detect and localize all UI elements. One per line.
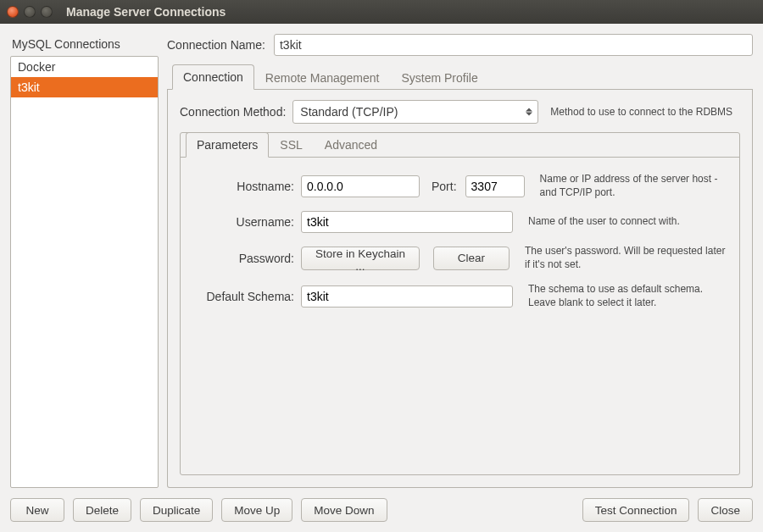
- connection-item-label: Docker: [18, 60, 55, 74]
- password-label: Password:: [192, 252, 294, 265]
- spinner-icon: [525, 108, 533, 116]
- connection-name-row: Connection Name:: [167, 34, 753, 56]
- connection-item-label: t3kit: [18, 80, 40, 94]
- connection-method-label: Connection Method:: [180, 105, 286, 119]
- titlebar: Manage Server Connections: [0, 0, 763, 24]
- window-close-icon[interactable]: [7, 6, 19, 18]
- window-maximize-icon[interactable]: [41, 6, 53, 18]
- tab-connection[interactable]: Connection: [172, 64, 254, 90]
- window-title: Manage Server Connections: [66, 5, 226, 19]
- username-label: Username:: [192, 215, 294, 229]
- tab-page-connection: Connection Method: Standard (TCP/IP) Met…: [167, 90, 753, 488]
- clear-password-button[interactable]: Clear: [433, 247, 510, 270]
- tab-system-profile[interactable]: System Profile: [390, 65, 488, 90]
- hostname-label: Hostname:: [192, 180, 294, 193]
- connection-method-row: Connection Method: Standard (TCP/IP) Met…: [180, 100, 740, 124]
- dialog-body: MySQL Connections Docker t3kit Connectio…: [0, 24, 763, 532]
- tab-remote-management[interactable]: Remote Management: [254, 65, 391, 90]
- hostname-input[interactable]: [301, 175, 420, 197]
- tab-label: Remote Management: [265, 71, 380, 85]
- default-schema-help: The schema to use as default schema. Lea…: [528, 283, 727, 309]
- hostname-help: Name or IP address of the server host - …: [540, 173, 727, 199]
- row-password: Password: Store in Keychain ... Clear Th…: [192, 245, 727, 271]
- port-input[interactable]: [465, 175, 525, 197]
- subtab-label: Parameters: [197, 138, 258, 152]
- row-default-schema: Default Schema: The schema to use as def…: [192, 283, 727, 309]
- tab-label: System Profile: [401, 71, 477, 85]
- connection-item-docker[interactable]: Docker: [11, 57, 158, 77]
- subtab-label: SSL: [280, 138, 302, 152]
- subtab-advanced[interactable]: Advanced: [314, 132, 388, 158]
- connection-list[interactable]: Docker t3kit: [10, 56, 159, 488]
- outer-tabstrip: Connection Remote Management System Prof…: [167, 64, 753, 90]
- row-username: Username: Name of the user to connect wi…: [192, 211, 727, 233]
- connection-name-label: Connection Name:: [167, 38, 265, 52]
- new-button[interactable]: New: [10, 498, 64, 522]
- connection-item-t3kit[interactable]: t3kit: [11, 77, 158, 97]
- main-row: MySQL Connections Docker t3kit Connectio…: [10, 34, 753, 488]
- default-schema-label: Default Schema:: [192, 290, 294, 303]
- window-minimize-icon[interactable]: [24, 6, 36, 18]
- default-schema-input[interactable]: [301, 285, 513, 308]
- move-down-button[interactable]: Move Down: [301, 498, 387, 522]
- subtab-label: Advanced: [325, 138, 377, 152]
- username-input[interactable]: [301, 211, 513, 233]
- delete-button[interactable]: Delete: [73, 498, 131, 522]
- connection-method-select[interactable]: Standard (TCP/IP): [292, 100, 538, 124]
- details-panel: Connection Name: Connection Remote Manag…: [167, 34, 753, 488]
- connection-method-help: Method to use to connect to the RDBMS: [550, 106, 732, 118]
- subtabstrip: Parameters SSL Advanced: [181, 132, 739, 158]
- move-up-button[interactable]: Move Up: [221, 498, 292, 522]
- subtab-parameters[interactable]: Parameters: [186, 132, 269, 158]
- sidebar-heading: MySQL Connections: [10, 34, 159, 56]
- subtab-container: Parameters SSL Advanced Hostname:: [180, 132, 740, 475]
- subtab-ssl[interactable]: SSL: [269, 132, 313, 158]
- username-help: Name of the user to connect with.: [528, 215, 727, 229]
- connection-name-input[interactable]: [274, 34, 753, 56]
- close-button[interactable]: Close: [698, 498, 753, 522]
- test-connection-button[interactable]: Test Connection: [582, 498, 690, 522]
- password-help: The user's password. Will be requested l…: [525, 245, 727, 271]
- duplicate-button[interactable]: Duplicate: [140, 498, 213, 522]
- sidebar: MySQL Connections Docker t3kit: [10, 34, 159, 488]
- port-label: Port:: [432, 180, 457, 193]
- tab-label: Connection: [183, 70, 243, 84]
- button-bar: New Delete Duplicate Move Up Move Down T…: [10, 498, 753, 522]
- row-hostname: Hostname: Port: Name or IP address of th…: [192, 173, 727, 199]
- connection-method-value: Standard (TCP/IP): [300, 105, 398, 119]
- parameters-page: Hostname: Port: Name or IP address of th…: [181, 158, 739, 329]
- store-keychain-button[interactable]: Store in Keychain ...: [301, 247, 420, 270]
